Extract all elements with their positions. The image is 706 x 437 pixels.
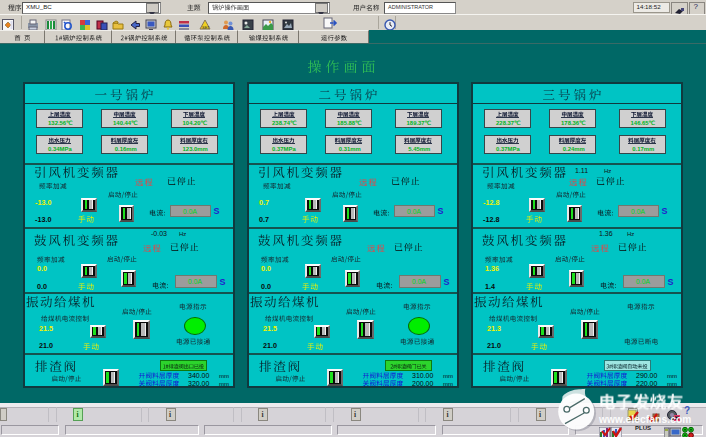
svg-text:SET: SET: [202, 24, 210, 29]
